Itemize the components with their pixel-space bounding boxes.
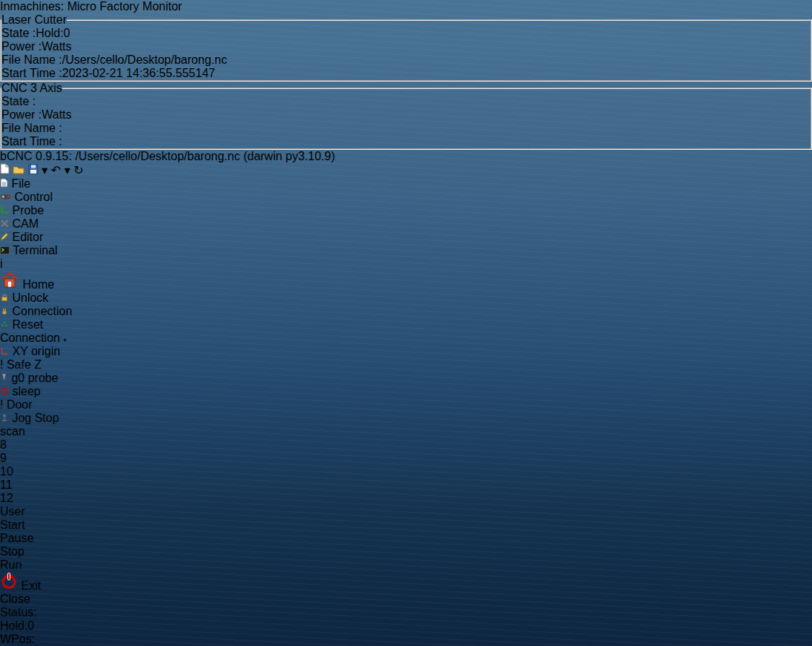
- state-value: Hold:0: [36, 27, 70, 39]
- status-label: Status:: [0, 606, 37, 619]
- lock-icon: [0, 291, 9, 304]
- sleep-button[interactable]: sleep: [0, 385, 812, 398]
- door-alarm-icon: !: [0, 398, 3, 411]
- group-label-user: User: [0, 505, 812, 518]
- save-file-icon[interactable]: [28, 164, 39, 177]
- pause-button[interactable]: Pause: [0, 532, 812, 545]
- undo-dropdown-icon[interactable]: ▾: [65, 164, 70, 177]
- save-dropdown-icon[interactable]: ▾: [42, 164, 47, 177]
- power-value: Watts: [42, 108, 71, 121]
- ribbon-group-user: XY origin ! Safe Z g0 probe: [0, 345, 812, 518]
- ribbon-group-run: Start Pause Stop Run: [0, 518, 812, 572]
- control-panel: Status: Hold:0 WPos: 9.248 4.012 0.0 MPo…: [0, 606, 812, 646]
- laser-cutter-title: Laser Cutter: [1, 13, 67, 27]
- macro-8-button[interactable]: 8: [0, 438, 812, 452]
- group-dropdown-icon: ▾: [63, 337, 66, 343]
- door-button[interactable]: ! Door: [0, 398, 812, 412]
- joystick-icon: [0, 412, 9, 424]
- state-label: State :: [1, 95, 36, 108]
- editor-tab-icon: [0, 231, 9, 243]
- jog-stop-button[interactable]: Jog Stop: [0, 412, 812, 425]
- stop-button[interactable]: Stop: [0, 545, 812, 558]
- scan-macro-button[interactable]: scan: [0, 425, 812, 438]
- redo-icon[interactable]: ↻: [73, 164, 83, 177]
- home-icon: [0, 278, 19, 291]
- open-file-icon[interactable]: [13, 164, 24, 177]
- control-tab-icon: [0, 191, 11, 203]
- probe-tab-icon: [0, 204, 9, 217]
- ribbon-group-close: Exit Close: [0, 572, 812, 606]
- file-label: File Name :: [1, 53, 62, 66]
- bcnc-window-title: bCNC 0.9.15: /Users/cello/Desktop/barong…: [0, 150, 335, 162]
- sleep-power-icon: [0, 385, 9, 398]
- group-label-connection[interactable]: Connection ▾: [0, 332, 812, 345]
- start-button[interactable]: Start: [0, 518, 812, 532]
- monitor-window-title: Inmachines: Micro Factory Monitor: [0, 0, 182, 13]
- power-label: Power :: [1, 108, 42, 121]
- exit-button[interactable]: Exit: [0, 572, 812, 593]
- probe-tip-icon: [0, 372, 8, 384]
- file-label: File Name :: [1, 122, 62, 134]
- start-time-value: 2023-02-21 14:36:55.555147: [62, 67, 215, 79]
- power-value: Watts: [42, 40, 71, 53]
- macro-12-button[interactable]: 12: [0, 492, 812, 505]
- new-file-icon[interactable]: [0, 164, 10, 177]
- start-time-label: Start Time :: [1, 67, 62, 79]
- group-label-close: Close: [0, 593, 812, 606]
- plug-icon: [0, 305, 9, 317]
- power-label: Power :: [1, 40, 42, 53]
- desktop-background: Inmachines: Micro Factory Monitor Laser …: [0, 0, 812, 646]
- state-label: State :: [1, 27, 36, 39]
- warning-icon: !: [0, 358, 3, 371]
- macro-10-button[interactable]: 10: [0, 465, 812, 478]
- recycle-icon: [0, 318, 9, 331]
- group-label-run: Run: [0, 558, 812, 572]
- file-tab-icon: [0, 177, 8, 190]
- status-field: Hold:0: [0, 619, 812, 633]
- xy-origin-icon: [0, 345, 9, 357]
- macro-9-button[interactable]: 9: [0, 452, 812, 465]
- cnc-3axis-title: CNC 3 Axis: [1, 82, 62, 95]
- xy-origin-button[interactable]: XY origin: [0, 345, 812, 358]
- wallpaper-mountain: [664, 0, 812, 325]
- macro-11-button[interactable]: 11: [0, 478, 812, 492]
- file-value: /Users/cello/Desktop/barong.nc: [62, 53, 227, 66]
- g0-probe-button[interactable]: g0 probe: [0, 372, 812, 385]
- power-icon: [0, 579, 18, 592]
- safe-z-button[interactable]: ! Safe Z: [0, 358, 812, 372]
- start-time-label: Start Time :: [1, 135, 62, 148]
- undo-icon[interactable]: ↶: [51, 164, 61, 177]
- terminal-tab-icon: [0, 244, 10, 257]
- wpos-label: WPos:: [0, 633, 35, 645]
- cam-tab-icon: [0, 217, 9, 230]
